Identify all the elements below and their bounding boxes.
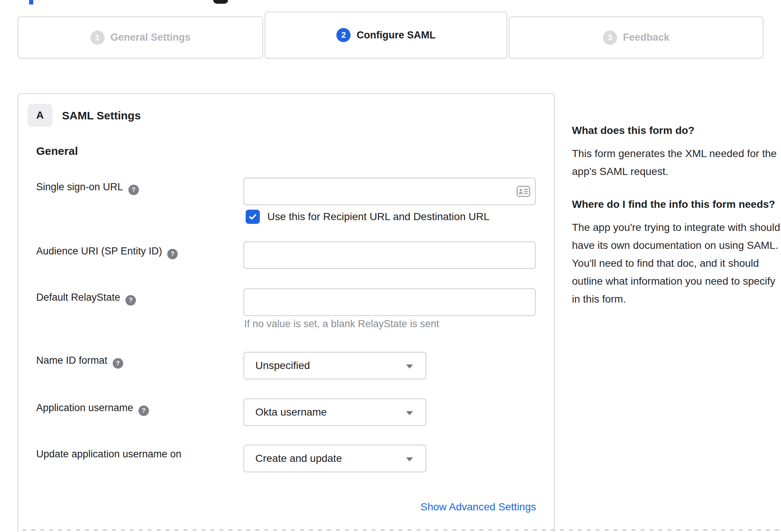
- page: 1 General Settings 2 Configure SAML 3 Fe…: [0, 0, 781, 532]
- update-username-value: Create and update: [255, 453, 342, 464]
- recipient-url-checkbox-row: Use this for Recipient URL and Destinati…: [246, 210, 489, 224]
- relaystate-label: Default RelayState?: [36, 291, 136, 306]
- sso-url-help-icon[interactable]: ?: [128, 185, 139, 195]
- cropped-header-fragment-blue: [29, 0, 33, 4]
- section-badge: A: [28, 104, 52, 127]
- group-heading-general: General: [36, 145, 78, 157]
- audience-uri-help-icon[interactable]: ?: [167, 249, 178, 259]
- contact-card-icon: [517, 186, 530, 197]
- update-username-label-text: Update application username on: [36, 448, 181, 460]
- name-id-format-value: Unspecified: [255, 360, 310, 372]
- name-id-format-label: Name ID format?: [36, 354, 123, 369]
- help-panel: What does this form do? This form genera…: [572, 122, 781, 308]
- application-username-label-text: Application username: [36, 402, 133, 413]
- relaystate-help-icon[interactable]: ?: [125, 295, 136, 306]
- audience-uri-label: Audience URI (SP Entity ID)?: [36, 245, 178, 259]
- chevron-down-icon: [406, 457, 413, 461]
- relaystate-hint: If no value is set, a blank RelayState i…: [244, 318, 439, 330]
- step-label: General Settings: [111, 32, 191, 43]
- checkmark-icon: [248, 212, 258, 222]
- help-q2-body: The app you're trying to integrate with …: [572, 219, 781, 308]
- audience-uri-input[interactable]: [243, 241, 536, 269]
- application-username-help-icon[interactable]: ?: [139, 406, 149, 416]
- saml-settings-card: A SAML Settings General Single sign-on U…: [18, 93, 555, 532]
- wizard-stepper: 1 General Settings 2 Configure SAML 3 Fe…: [18, 12, 763, 59]
- name-id-format-label-text: Name ID format: [36, 355, 108, 366]
- section-title: SAML Settings: [62, 109, 141, 122]
- audience-uri-label-text: Audience URI (SP Entity ID): [36, 245, 162, 257]
- show-advanced-settings-link[interactable]: Show Advanced Settings: [420, 501, 536, 513]
- sso-url-label-text: Single sign-on URL: [36, 181, 123, 193]
- cropped-header-fragment-black: [213, 0, 228, 4]
- name-id-format-select[interactable]: Unspecified: [243, 352, 426, 379]
- application-username-label: Application username?: [36, 401, 149, 416]
- relaystate-field-wrap: [243, 288, 536, 316]
- relaystate-input[interactable]: [243, 288, 536, 316]
- name-id-format-help-icon[interactable]: ?: [113, 358, 123, 369]
- step-general-settings[interactable]: 1 General Settings: [18, 16, 263, 59]
- help-q1-body: This form generates the XML needed for t…: [572, 145, 781, 181]
- step-number-badge: 1: [90, 31, 105, 45]
- step-configure-saml[interactable]: 2 Configure SAML: [265, 12, 507, 59]
- sso-url-label: Single sign-on URL?: [36, 181, 139, 195]
- recipient-url-checkbox-label: Use this for Recipient URL and Destinati…: [267, 211, 489, 223]
- update-username-label: Update application username on: [36, 448, 181, 460]
- sso-url-input[interactable]: [243, 178, 536, 205]
- step-number-badge: 2: [336, 28, 351, 42]
- section-divider-dashed: [22, 529, 781, 531]
- step-feedback[interactable]: 3 Feedback: [509, 16, 763, 59]
- help-q1-title: What does this form do?: [572, 122, 781, 140]
- audience-uri-field-wrap: [243, 241, 536, 269]
- update-username-select[interactable]: Create and update: [243, 445, 426, 472]
- step-label: Feedback: [623, 32, 670, 43]
- application-username-value: Okta username: [255, 406, 327, 418]
- help-q2-title: Where do I find the info this form needs…: [572, 195, 781, 213]
- application-username-select[interactable]: Okta username: [243, 398, 426, 426]
- chevron-down-icon: [406, 364, 413, 369]
- step-label: Configure SAML: [357, 29, 435, 41]
- chevron-down-icon: [406, 411, 413, 415]
- step-number-badge: 3: [603, 31, 617, 45]
- recipient-url-checkbox[interactable]: [246, 210, 260, 224]
- relaystate-label-text: Default RelayState: [36, 292, 120, 303]
- sso-url-field-wrap: [243, 178, 536, 205]
